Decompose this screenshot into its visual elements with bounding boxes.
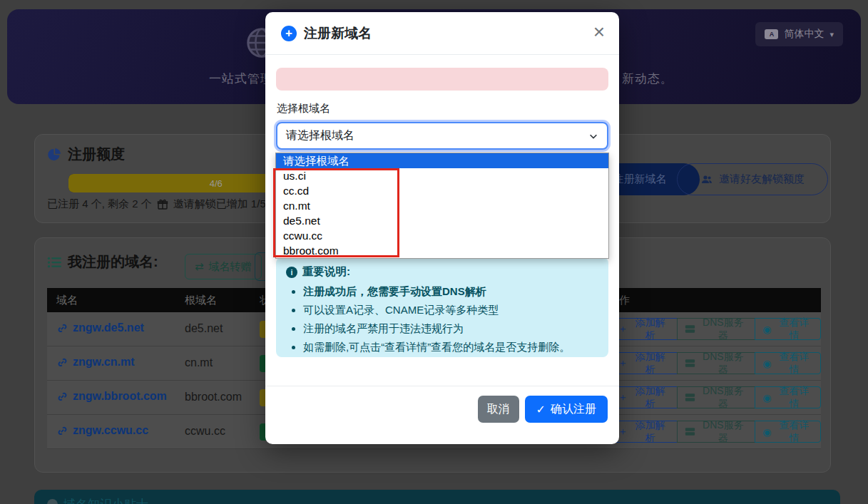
plus-icon: ＋ xyxy=(618,391,628,404)
notice-item: 如需删除,可点击“查看详情”查看您的域名是否支持删除。 xyxy=(303,338,598,356)
option-ccwu-cc[interactable]: ccwu.cc xyxy=(276,228,608,243)
view-details-button[interactable]: ◉查看详情 xyxy=(755,386,821,408)
row-actions: ＋添加解析 DNS服务器 ◉查看详情 xyxy=(611,386,821,408)
dns-server-button[interactable]: DNS服务器 xyxy=(677,318,756,340)
eye-icon: ◉ xyxy=(762,426,771,438)
view-details-button[interactable]: ◉查看详情 xyxy=(755,421,821,443)
plus-icon: ＋ xyxy=(618,357,628,370)
quota-progress-label: 4/6 xyxy=(210,178,223,189)
root-domain-select[interactable]: 请选择根域名 xyxy=(276,122,608,150)
option-de5-net[interactable]: de5.net xyxy=(276,213,608,228)
option-bbroot-com[interactable]: bbroot.com xyxy=(276,243,608,258)
option-us-ci[interactable]: us.ci xyxy=(276,168,608,183)
register-domain-modal: + 注册新域名 × 选择根域名 请选择根域名 请选择根域名 us.ci cc.c… xyxy=(265,12,619,444)
root-domain: ccwu.cc xyxy=(185,425,225,438)
view-details-button[interactable]: ◉查看详情 xyxy=(755,352,821,374)
lightbulb-icon xyxy=(47,499,58,504)
tips-banner: 域名知识小贴士 xyxy=(34,490,840,504)
quota-invite-note: 邀请解锁已增加 1/5 xyxy=(173,197,266,211)
notice-item: 注册成功后，您需要手动设置DNS解析 xyxy=(303,282,598,301)
option-cn-mt[interactable]: cn.mt xyxy=(276,198,608,213)
modal-title: 注册新域名 xyxy=(304,24,372,43)
domain-link[interactable]: zngw.cn.mt xyxy=(56,356,135,369)
info-icon: i xyxy=(286,267,297,278)
plus-circle-icon: + xyxy=(281,26,297,41)
check-icon: ✓ xyxy=(536,403,546,416)
notice-item: 注册的域名严禁用于违法违规行为 xyxy=(303,319,598,338)
modal-footer: 取消 ✓ 确认注册 xyxy=(265,386,619,444)
close-icon[interactable]: × xyxy=(593,22,605,42)
quota-registered-text: 已注册 4 个, 剩余 2 个 xyxy=(47,197,152,211)
quota-caption: 已注册 4 个, 剩余 2 个 邀请解锁已增加 1/5 xyxy=(47,197,266,211)
add-record-button[interactable]: ＋添加解析 xyxy=(610,318,678,340)
server-icon xyxy=(685,324,695,334)
link-icon xyxy=(56,322,68,334)
eye-icon: ◉ xyxy=(762,324,771,335)
page: 一站式管理 新动态。 A 简体中文 ▾ 注册额度 4/6 已注册 4 个, 剩余… xyxy=(0,0,868,504)
notice-item: 可以设置A记录、CNAME记录等多种类型 xyxy=(303,301,598,319)
chevron-down-icon xyxy=(588,131,598,141)
hero-tagline-left: 一站式管理 xyxy=(209,71,273,87)
plus-icon: ＋ xyxy=(618,426,628,438)
eye-icon: ◉ xyxy=(762,358,771,369)
server-icon xyxy=(685,426,695,437)
language-label: 简体中文 xyxy=(784,28,824,41)
eye-icon: ◉ xyxy=(762,392,771,403)
link-icon xyxy=(56,391,68,403)
option-cc-cd[interactable]: cc.cd xyxy=(276,183,608,198)
row-actions: ＋添加解析 DNS服务器 ◉查看详情 xyxy=(611,318,821,340)
people-icon xyxy=(700,174,713,185)
root-domain-listbox: 请选择根域名 us.ci cc.cd cn.mt de5.net ccwu.cc… xyxy=(275,153,609,259)
root-domain: bbroot.com xyxy=(185,391,242,403)
invite-friends-button[interactable]: 邀请好友解锁额度 xyxy=(677,163,828,195)
select-value: 请选择根域名 xyxy=(286,128,354,143)
root-domain: de5.net xyxy=(185,322,223,335)
server-icon xyxy=(685,392,695,403)
language-selector[interactable]: A 简体中文 ▾ xyxy=(755,22,843,46)
pie-chart-icon xyxy=(47,148,61,162)
domain-link[interactable]: zngw.bbroot.com xyxy=(56,390,167,403)
link-icon xyxy=(56,425,68,437)
domain-transfer-button[interactable]: ⇄ 域名转赠 xyxy=(185,254,262,279)
gift-icon xyxy=(157,199,168,210)
view-details-button[interactable]: ◉查看详情 xyxy=(755,318,821,340)
dns-server-button[interactable]: DNS服务器 xyxy=(677,421,756,443)
dns-server-button[interactable]: DNS服务器 xyxy=(677,386,756,408)
list-icon xyxy=(47,255,61,269)
confirm-register-button[interactable]: ✓ 确认注册 xyxy=(525,396,608,423)
cancel-button[interactable]: 取消 xyxy=(478,396,519,423)
add-record-button[interactable]: ＋添加解析 xyxy=(610,352,678,374)
swap-arrows-icon: ⇄ xyxy=(195,260,204,273)
important-notice: i 重要说明: 注册成功后，您需要手动设置DNS解析 可以设置A记录、CNAME… xyxy=(276,257,608,357)
row-actions: ＋添加解析 DNS服务器 ◉查看详情 xyxy=(611,421,821,443)
add-record-button[interactable]: ＋添加解析 xyxy=(610,421,678,443)
root-domain: cn.mt xyxy=(185,356,213,369)
quota-title: 注册额度 xyxy=(47,145,125,164)
server-icon xyxy=(685,358,695,369)
root-domain-label: 选择根域名 xyxy=(277,102,330,115)
notice-list: 注册成功后，您需要手动设置DNS解析 可以设置A记录、CNAME记录等多种类型 … xyxy=(303,282,598,356)
add-record-button[interactable]: ＋添加解析 xyxy=(610,386,678,408)
dns-server-button[interactable]: DNS服务器 xyxy=(677,352,756,374)
hero-tagline-right: 新动态。 xyxy=(622,71,673,87)
domain-link[interactable]: zngw.ccwu.cc xyxy=(56,424,148,437)
translate-icon: A xyxy=(765,29,778,39)
notice-title: i 重要说明: xyxy=(286,264,598,279)
domain-prefix-input[interactable] xyxy=(276,68,608,91)
plus-icon: ＋ xyxy=(618,323,628,336)
domain-link[interactable]: zngw.de5.net xyxy=(56,322,144,334)
row-actions: ＋添加解析 DNS服务器 ◉查看详情 xyxy=(611,352,821,374)
chevron-down-icon: ▾ xyxy=(829,30,834,39)
tips-title: 域名知识小贴士 xyxy=(47,496,148,504)
modal-header: + 注册新域名 × xyxy=(265,12,619,55)
my-domains-title: 我注册的域名: xyxy=(47,252,158,272)
option-placeholder[interactable]: 请选择根域名 xyxy=(276,153,608,168)
link-icon xyxy=(56,356,68,369)
